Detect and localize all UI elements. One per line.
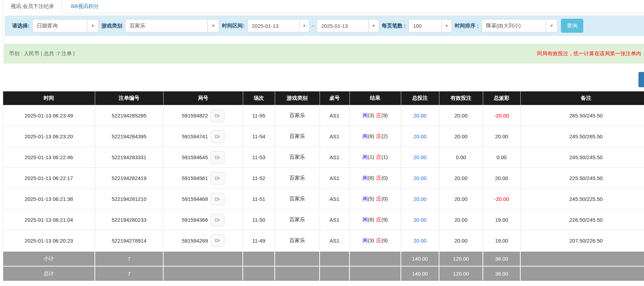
- cell-session: 11-51: [243, 189, 275, 210]
- cell-payout: 20.00: [483, 126, 520, 147]
- col-header-remark: 备注: [520, 91, 644, 105]
- cell-round-id: 591594822: [163, 105, 243, 126]
- round-id-text: 591594561: [182, 175, 208, 181]
- banker-result-score: (9): [381, 216, 388, 222]
- chevron-down-icon[interactable]: ▼: [441, 19, 452, 32]
- player-result-label: 闲: [363, 175, 368, 181]
- video-replay-button[interactable]: [210, 214, 224, 226]
- time-sort-value: 降幂(由大到小): [481, 19, 546, 32]
- video-replay-button[interactable]: [210, 193, 224, 205]
- cell-game: 百家乐: [275, 126, 320, 147]
- cell-session: 11-53: [243, 147, 275, 168]
- chevron-down-icon[interactable]: ▼: [207, 19, 219, 32]
- player-result-label: 闲: [363, 237, 368, 243]
- table-row: 2025-01-13 06:21:04 522194280233 5915943…: [3, 210, 644, 230]
- table-row: 2025-01-13 06:22:46 522194283331 5915946…: [3, 147, 644, 168]
- query-type-select[interactable]: 日期查询 ▼: [32, 19, 99, 32]
- cell-payout: -20.00: [483, 105, 520, 126]
- cell-round-id: 591594366: [163, 210, 243, 230]
- chevron-down-icon[interactable]: ▼: [299, 19, 309, 32]
- per-page-label: 每页笔数 :: [382, 23, 406, 29]
- cell-round-id: 591594468: [163, 189, 243, 210]
- cell-time: 2025-01-13 06:23:20: [3, 126, 95, 147]
- banker-result-score: (0): [381, 196, 388, 202]
- cell-result: 闲(5)庄(0): [349, 189, 401, 210]
- video-replay-button[interactable]: [210, 109, 224, 122]
- total-row-total-bet: 140.00: [401, 251, 439, 266]
- cell-total-bet: 20.00: [401, 105, 439, 126]
- player-result-label: 闲: [363, 196, 368, 202]
- cell-table-no: AS1: [320, 189, 349, 210]
- cell-result: 闲(3)庄(9): [349, 105, 401, 126]
- per-page-select[interactable]: 100 ▼: [408, 19, 452, 32]
- valid-bet-notice: 同局有效投注，统一计算在该局第一张注单内: [537, 50, 641, 57]
- total-row-count: 7: [95, 251, 163, 266]
- table-row: 2025-01-13 06:23:49 522194285295 5915948…: [3, 105, 644, 126]
- cell-payout: 0.00: [483, 147, 520, 168]
- cell-payout: 20.00: [483, 168, 520, 189]
- player-result-label: 闲: [363, 154, 368, 160]
- cell-time: 2025-01-13 06:22:46: [3, 147, 95, 168]
- cell-session: 11-49: [243, 230, 275, 251]
- time-sort-select[interactable]: 降幂(由大到小) ▼: [481, 19, 558, 32]
- banker-result-score: (2): [381, 133, 388, 139]
- table-row: 2025-01-13 06:21:38 522194281210 5915944…: [3, 189, 644, 210]
- player-result-label: 闲: [363, 216, 368, 222]
- date-to-select[interactable]: 2025-01-13 ▼: [317, 19, 379, 32]
- currency-total-text: 币别 : 人民币 | 总共 :7 注单 |: [9, 50, 75, 57]
- cell-valid-bet: 20.00: [439, 210, 483, 230]
- table-total-row: 总计 7 140.00 120.00 38.00: [3, 266, 644, 281]
- chevron-down-icon[interactable]: ▼: [87, 19, 99, 32]
- col-header-game: 游戏类别: [275, 91, 320, 105]
- total-row-count: 7: [95, 266, 163, 281]
- video-camera-icon: [214, 175, 221, 182]
- round-id-text: 591594269: [182, 238, 208, 244]
- round-id-text: 591594366: [182, 217, 208, 223]
- cell-remark: 265.50/245.50: [520, 105, 644, 126]
- cell-table-no: AS1: [320, 126, 349, 147]
- date-from-select[interactable]: 2025-01-13 ▼: [247, 19, 309, 32]
- video-replay-button[interactable]: [210, 234, 224, 247]
- cell-bet-id: 522194281210: [95, 189, 163, 210]
- cell-session: 11-52: [243, 168, 275, 189]
- total-row-valid-bet: 120.00: [439, 266, 483, 281]
- tab-bb-video-points[interactable]: BB视讯积分: [62, 0, 108, 13]
- total-row-payout: 38.00: [483, 266, 520, 281]
- video-replay-button[interactable]: [210, 172, 224, 185]
- banker-result-label: 庄: [376, 237, 381, 243]
- player-result-score: (3): [368, 237, 374, 243]
- panel-left-border: [3, 13, 3, 44]
- floating-action-button[interactable]: [638, 72, 644, 87]
- video-replay-button[interactable]: [210, 130, 224, 143]
- table-total-row: 小计 7 140.00 120.00 38.00: [3, 251, 644, 266]
- time-range-label: 时间区间:: [222, 23, 245, 29]
- video-camera-icon: [214, 112, 221, 119]
- video-camera-icon: [214, 196, 221, 203]
- tab-bar: 视讯 会员下注纪录 BB视讯积分: [3, 0, 644, 13]
- video-replay-button[interactable]: [210, 151, 224, 164]
- cell-remark: 245.50/245.50: [520, 147, 644, 168]
- banker-result-label: 庄: [376, 196, 381, 202]
- total-row-total-bet: 140.00: [401, 266, 439, 281]
- summary-bar: 币别 : 人民币 | 总共 :7 注单 | 同局有效投注，统一计算在该局第一张注…: [3, 44, 644, 64]
- tab-video-bet-records[interactable]: 视讯 会员下注纪录: [3, 0, 62, 13]
- video-camera-icon: [214, 237, 221, 244]
- cell-valid-bet: 20.00: [439, 230, 483, 251]
- cell-result: 闲(8)庄(9): [349, 210, 401, 230]
- game-category-value: 百家乐: [125, 19, 208, 32]
- col-header-time: 时间: [3, 91, 95, 105]
- game-category-select[interactable]: 百家乐 ▼: [125, 19, 219, 32]
- cell-result: 闲(8)庄(2): [349, 126, 401, 147]
- cell-round-id: 591594269: [163, 230, 243, 251]
- total-row-valid-bet: 120.00: [439, 251, 483, 266]
- banker-result-score: (0): [381, 175, 388, 181]
- query-button[interactable]: 查询: [561, 19, 583, 33]
- banker-result-score: (9): [381, 237, 388, 243]
- cell-game: 百家乐: [275, 189, 320, 210]
- cell-remark: 245.50/265.50: [520, 126, 644, 147]
- chevron-down-icon[interactable]: ▼: [546, 19, 558, 32]
- cell-session: 11-54: [243, 126, 275, 147]
- cell-remark: 225.50/245.50: [520, 168, 644, 189]
- chevron-down-icon[interactable]: ▼: [369, 19, 379, 32]
- select-type-label: 请选择:: [12, 23, 30, 29]
